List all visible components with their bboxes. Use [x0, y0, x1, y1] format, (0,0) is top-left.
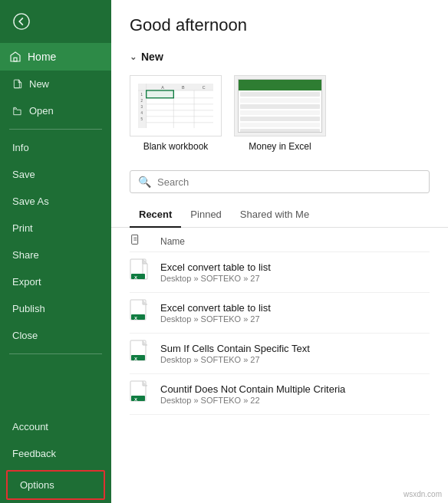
svg-text:X: X: [134, 275, 137, 280]
back-button[interactable]: [6, 6, 37, 37]
file-name-4: Countif Does Not Contain Multiple Criter…: [160, 383, 430, 395]
money-row-4: [240, 110, 320, 115]
home-label: Home: [28, 51, 56, 63]
template-blank-workbook[interactable]: A B C 1 2 3 4 5: [130, 75, 222, 152]
files-tabs: Recent Pinned Shared with Me: [111, 202, 448, 228]
sidebar-item-open[interactable]: Open: [0, 97, 111, 124]
home-icon: [9, 51, 21, 63]
file-path-4: Desktop » SOFTEKO » 22: [160, 396, 430, 405]
sidebar-item-home[interactable]: Home: [0, 43, 111, 71]
sidebar-divider-1: [9, 129, 102, 130]
svg-text:A: A: [161, 85, 164, 90]
sidebar-item-close[interactable]: Close: [0, 322, 111, 349]
sidebar-item-new[interactable]: New: [0, 71, 111, 97]
xlsx-icon-2: X: [130, 299, 153, 327]
sidebar-item-share-label: Share: [12, 249, 39, 261]
file-header-icon: [130, 234, 142, 246]
file-name-col-header: Name: [160, 236, 430, 247]
file-row[interactable]: X Excel convert table to list Desktop » …: [130, 293, 430, 334]
file-icon-col-header: [130, 234, 153, 248]
sidebar-item-export[interactable]: Export: [0, 268, 111, 295]
template-money-preview: [234, 75, 326, 136]
money-row-3: [240, 104, 320, 109]
file-info-1: Excel convert table to list Desktop » SO…: [160, 261, 430, 283]
file-path-3: Desktop » SOFTEKO » 27: [160, 355, 430, 364]
template-money-label: Money in Excel: [249, 141, 311, 152]
search-input[interactable]: [157, 176, 421, 188]
file-info-4: Countif Does Not Contain Multiple Criter…: [160, 383, 430, 405]
page-greeting: Good afternoon: [111, 0, 448, 44]
svg-text:X: X: [134, 316, 137, 321]
file-icon-1: X: [130, 258, 153, 286]
sidebar-item-account-label: Account: [12, 421, 48, 432]
money-header-bar: [239, 80, 321, 90]
template-money-excel[interactable]: Money in Excel: [234, 75, 326, 152]
sidebar-item-account[interactable]: Account: [0, 413, 111, 440]
sidebar-item-export-label: Export: [12, 276, 41, 288]
svg-rect-30: [131, 274, 145, 279]
svg-point-0: [14, 14, 29, 29]
file-list-header-row: Name: [130, 228, 430, 252]
template-blank-preview: A B C 1 2 3 4 5: [130, 75, 222, 136]
tab-shared[interactable]: Shared with Me: [231, 202, 318, 228]
sidebar-item-save-label: Save: [12, 169, 35, 180]
open-icon: [12, 106, 23, 117]
money-rows: [239, 90, 321, 133]
sidebar-item-save-as-label: Save As: [12, 196, 49, 207]
money-row-6: [240, 123, 320, 127]
sidebar-item-feedback-label: Feedback: [12, 448, 56, 459]
file-name-1: Excel convert table to list: [160, 261, 430, 273]
tab-recent[interactable]: Recent: [130, 202, 181, 228]
svg-rect-1: [14, 58, 17, 61]
sidebar-item-info[interactable]: Info: [0, 134, 111, 161]
tab-pinned[interactable]: Pinned: [181, 202, 230, 228]
file-path-1: Desktop » SOFTEKO » 27: [160, 274, 430, 283]
svg-rect-33: [131, 314, 145, 320]
svg-text:B: B: [182, 85, 185, 90]
money-row-1: [240, 92, 320, 97]
sidebar-item-info-label: Info: [12, 142, 29, 153]
templates-row: A B C 1 2 3 4 5: [111, 69, 448, 164]
watermark: wsxdn.com: [404, 490, 442, 498]
file-info-3: Sum If Cells Contain Specific Text Deskt…: [160, 343, 430, 364]
svg-text:X: X: [134, 357, 137, 361]
xlsx-icon-3: X: [130, 340, 153, 367]
xlsx-icon-4: X: [130, 380, 153, 408]
sidebar-item-feedback[interactable]: Feedback: [0, 440, 111, 467]
template-blank-label: Blank workbook: [143, 141, 209, 152]
sidebar-item-save[interactable]: Save: [0, 161, 111, 188]
sidebar-item-print[interactable]: Print: [0, 215, 111, 242]
sidebar-item-open-label: Open: [29, 105, 54, 117]
svg-text:X: X: [134, 397, 137, 402]
file-row[interactable]: X Excel convert table to list Desktop » …: [130, 252, 430, 293]
money-row-7: [240, 129, 320, 133]
sidebar-divider-2: [9, 353, 102, 354]
money-row-5: [240, 117, 320, 121]
back-icon: [13, 13, 30, 30]
file-path-2: Desktop » SOFTEKO » 27: [160, 314, 430, 324]
file-row[interactable]: X Sum If Cells Contain Specific Text Des…: [130, 334, 430, 374]
chevron-down-icon: ⌄: [130, 52, 137, 62]
sidebar-bottom: Account Feedback Options: [0, 413, 111, 503]
sidebar-item-options[interactable]: Options: [6, 470, 105, 500]
sidebar-item-options-label: Options: [20, 479, 54, 491]
new-section-label: New: [141, 51, 163, 63]
blank-grid-svg: A B C 1 2 3 4 5: [138, 84, 213, 128]
svg-rect-24: [147, 90, 174, 98]
svg-rect-36: [131, 355, 145, 360]
svg-text:C: C: [203, 85, 206, 90]
file-list: Name X Excel convert table to list Deskt…: [111, 228, 448, 415]
new-section-header: ⌄ New: [111, 44, 448, 69]
sidebar-item-save-as[interactable]: Save As: [0, 188, 111, 215]
svg-rect-25: [132, 235, 138, 244]
file-icon-3: X: [130, 340, 153, 367]
file-icon-2: X: [130, 299, 153, 327]
sidebar-item-share[interactable]: Share: [0, 242, 111, 268]
search-icon: 🔍: [138, 176, 151, 188]
sidebar-item-new-label: New: [29, 78, 49, 90]
money-row-2: [240, 98, 320, 103]
sidebar-item-publish[interactable]: Publish: [0, 295, 111, 322]
file-row[interactable]: X Countif Does Not Contain Multiple Crit…: [130, 374, 430, 415]
file-name-2: Excel convert table to list: [160, 302, 430, 314]
search-bar[interactable]: 🔍: [130, 170, 430, 193]
